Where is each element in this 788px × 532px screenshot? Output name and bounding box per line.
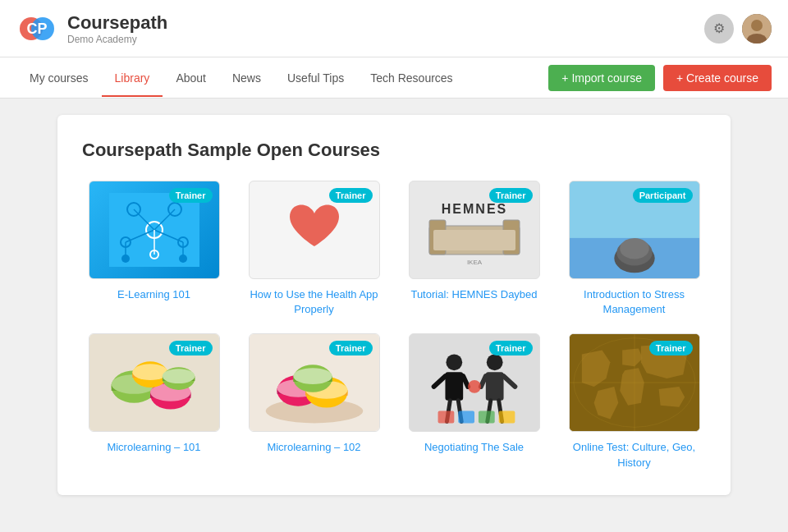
course-card-online-test[interactable]: Trainer Online Test: Culture, Geo, Histo…	[562, 333, 706, 470]
course-card-hemnes-daybed[interactable]: HEMNES IKEA Trainer Tutorial: HEMNES Day…	[402, 181, 546, 317]
health-thumb-image	[282, 197, 347, 263]
course-thumb-online-test: Trainer	[569, 333, 700, 432]
svg-point-4	[751, 20, 763, 31]
main-nav: My courses Library About News Useful Tip…	[0, 57, 788, 99]
svg-rect-74	[458, 411, 474, 424]
course-badge-health-app: Trainer	[329, 188, 373, 203]
course-thumb-stress-management: Participant	[569, 181, 700, 279]
svg-point-47	[162, 369, 195, 384]
course-name-microlearning-102: Microlearning – 102	[267, 440, 360, 455]
svg-rect-73	[438, 411, 454, 424]
course-name-health-app: How to Use the Health App Properly	[242, 287, 386, 317]
course-name-hemnes-daybed: Tutorial: HEMNES Daybed	[410, 287, 537, 302]
course-badge-online-test: Trainer	[649, 341, 693, 355]
course-badge-microlearning-102: Trainer	[329, 341, 373, 355]
course-thumb-health-app: Trainer	[249, 181, 380, 279]
logo-area: CP Coursepath Demo Academy	[16, 8, 167, 49]
courses-container: Coursepath Sample Open Courses	[57, 115, 731, 495]
svg-rect-67	[485, 373, 503, 401]
logo-icon: CP	[16, 8, 57, 49]
course-badge-hemnes-daybed: Trainer	[489, 188, 533, 203]
course-card-negotiating-sale[interactable]: Trainer Negotiating The Sale	[402, 333, 546, 470]
user-avatar[interactable]	[742, 14, 772, 44]
avatar-image	[742, 14, 772, 44]
nav-item-my-courses[interactable]: My courses	[16, 60, 102, 96]
svg-point-34	[620, 238, 649, 259]
create-course-button[interactable]: + Create course	[663, 65, 772, 91]
nav-item-tech-resources[interactable]: Tech Resources	[357, 60, 465, 96]
course-name-negotiating-sale: Negotiating The Sale	[424, 440, 524, 455]
main-content: Coursepath Sample Open Courses	[0, 99, 788, 511]
course-thumb-negotiating-sale: Trainer	[409, 333, 540, 432]
svg-rect-76	[498, 411, 515, 424]
app-header: CP Coursepath Demo Academy ⚙	[0, 0, 788, 57]
course-badge-microlearning-101: Trainer	[169, 341, 213, 355]
elearning-thumb-image	[109, 193, 199, 267]
course-name-online-test: Online Test: Culture, Geo, History	[562, 440, 706, 470]
course-badge-negotiating-sale: Trainer	[489, 341, 533, 355]
nav-item-about[interactable]: About	[163, 60, 219, 96]
svg-rect-75	[478, 411, 494, 424]
logo-text: Coursepath Demo Academy	[67, 12, 167, 45]
course-card-elearning-101[interactable]: Trainer E-Learning 101	[82, 181, 226, 317]
svg-rect-28	[433, 230, 515, 250]
svg-point-58	[293, 369, 332, 385]
nav-item-useful-tips[interactable]: Useful Tips	[274, 60, 357, 96]
course-thumb-elearning-101: Trainer	[89, 181, 220, 279]
import-course-button[interactable]: + Import course	[548, 65, 655, 91]
course-thumb-microlearning-101: Trainer	[89, 333, 220, 432]
svg-point-18	[121, 255, 130, 263]
section-title: Coursepath Sample Open Courses	[82, 140, 706, 161]
course-thumb-microlearning-102: Trainer	[249, 333, 380, 432]
course-name-microlearning-101: Microlearning – 101	[107, 440, 200, 455]
svg-point-19	[179, 255, 187, 263]
nav-item-news[interactable]: News	[219, 60, 274, 96]
course-card-microlearning-102[interactable]: Trainer Microlearning – 102	[242, 333, 386, 470]
course-badge-stress-management: Participant	[633, 188, 693, 203]
app-title: Coursepath	[67, 12, 167, 34]
app-subtitle: Demo Academy	[67, 34, 167, 45]
settings-button[interactable]: ⚙	[704, 14, 734, 44]
nav-item-library[interactable]: Library	[102, 60, 163, 96]
nav-links: My courses Library About News Useful Tip…	[16, 60, 466, 96]
svg-rect-61	[445, 373, 463, 401]
svg-point-66	[486, 355, 502, 371]
course-grid: Trainer E-Learning 101 Trainer How to Us…	[82, 181, 706, 470]
header-right: ⚙	[704, 14, 772, 44]
course-name-elearning-101: E-Learning 101	[117, 287, 190, 302]
svg-text:IKEA: IKEA	[466, 259, 482, 266]
course-thumb-hemnes-daybed: HEMNES IKEA Trainer	[409, 181, 540, 279]
svg-text:CP: CP	[26, 21, 47, 37]
course-badge-elearning-101: Trainer	[169, 188, 213, 203]
svg-point-72	[468, 380, 481, 393]
course-card-microlearning-101[interactable]: Trainer Microlearning – 101	[82, 333, 226, 470]
svg-point-60	[446, 355, 462, 371]
course-card-stress-management[interactable]: Participant Introduction to Stress Manag…	[562, 181, 706, 317]
svg-text:HEMNES: HEMNES	[441, 202, 506, 216]
course-card-health-app[interactable]: Trainer How to Use the Health App Proper…	[242, 181, 386, 317]
nav-actions: + Import course + Create course	[548, 65, 772, 91]
course-name-stress-management: Introduction to Stress Management	[562, 287, 706, 317]
